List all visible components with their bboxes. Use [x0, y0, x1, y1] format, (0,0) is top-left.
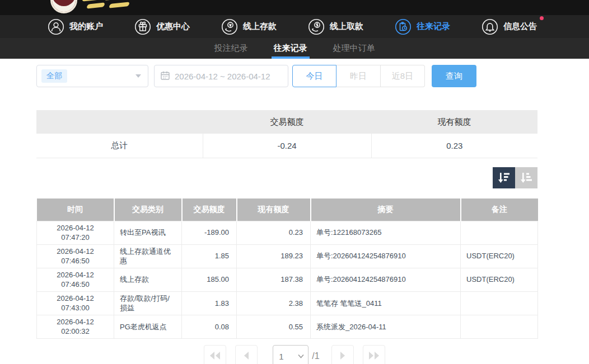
total-pages-label: /1	[312, 345, 319, 364]
total-label: 总计	[36, 134, 203, 158]
notification-dot-badge	[540, 16, 544, 20]
col-header-type: 交易类别	[114, 198, 182, 221]
site-logo[interactable]	[50, 0, 134, 15]
records-table: 时间 交易类别 交易额度 现有额度 摘要 备注 2026-04-12 07:47…	[36, 198, 538, 339]
date-range-value: 2026-04-12 ~ 2026-04-12	[175, 72, 270, 81]
cell-summary: 单号:122168073265	[311, 221, 461, 244]
nav-item-announcements[interactable]: 信息公告	[482, 18, 537, 35]
logo-script-text	[83, 0, 132, 11]
next-page-button[interactable]	[331, 345, 354, 364]
cell-amount: 1.83	[182, 291, 237, 315]
deposit-icon	[221, 18, 238, 35]
previous-page-button[interactable]	[235, 345, 258, 364]
nav-item-transaction-records[interactable]: 往来记录	[395, 18, 450, 35]
records-subnav: 投注纪录 往来记录 处理中订单	[0, 38, 589, 59]
total-balance-value: 0.23	[371, 134, 537, 158]
cell-balance: 0.23	[237, 221, 311, 244]
cell-time: 2026-04-12 07:46:50	[37, 268, 114, 291]
pagination: 1 /1	[0, 345, 589, 364]
selected-type-tag: 全部	[41, 69, 67, 83]
col-header-amount: 交易额度	[182, 198, 237, 221]
col-header-remark: 备注	[461, 198, 538, 221]
col-header-time: 时间	[37, 198, 114, 221]
cell-balance: 189.23	[237, 244, 311, 268]
table-row: 2026-04-12 07:47:20 转出至PA视讯 -189.00 0.23…	[37, 221, 538, 244]
cell-balance: 0.55	[237, 315, 311, 338]
cell-remark: USDT(ERC20)	[461, 268, 538, 291]
first-page-button[interactable]	[204, 345, 226, 364]
gift-icon	[134, 18, 151, 35]
sort-descending-icon	[497, 171, 511, 185]
bell-icon	[482, 18, 498, 35]
summary-header-blank	[36, 110, 203, 134]
cell-amount: -189.00	[182, 221, 237, 244]
cell-remark: USDT(ERC20)	[461, 244, 538, 268]
sort-descending-button[interactable]	[493, 167, 515, 188]
last-page-button[interactable]	[363, 345, 385, 364]
cell-amount: 1.85	[182, 244, 237, 268]
top-bar	[0, 0, 589, 15]
calendar-icon	[160, 70, 170, 82]
type-filter-select[interactable]: 全部	[36, 65, 148, 87]
user-icon	[48, 18, 64, 35]
cell-summary: 笔笔存 笔笔送_0411	[311, 291, 461, 315]
nav-item-my-account[interactable]: 我的账户	[48, 18, 103, 35]
nav-label: 信息公告	[503, 21, 537, 32]
nav-item-promotions[interactable]: 优惠中心	[134, 18, 190, 35]
cell-amount: 0.08	[182, 315, 237, 338]
nav-label: 优惠中心	[156, 21, 190, 32]
nav-label: 线上存款	[243, 21, 277, 32]
yesterday-button[interactable]: 昨日	[336, 65, 381, 87]
today-button[interactable]: 今日	[292, 65, 336, 87]
sort-ascending-icon	[519, 171, 534, 185]
table-row: 2026-04-12 07:46:50 线上存款 185.00 187.38 单…	[37, 268, 538, 291]
col-header-summary: 摘要	[311, 198, 461, 221]
double-arrow-right-icon	[368, 351, 380, 360]
cell-balance: 187.38	[237, 268, 311, 291]
main-nav: 我的账户 优惠中心 线上存款	[0, 15, 589, 38]
cell-type: PG老虎机返点	[114, 315, 182, 338]
table-row: 2026-04-12 02:00:32 PG老虎机返点 0.08 0.55 系统…	[37, 315, 538, 338]
cell-time: 2026-04-12 07:43:00	[37, 291, 114, 315]
summary-total-row: 总计 -0.24 0.23	[36, 134, 537, 158]
cell-time: 2026-04-12 02:00:32	[37, 315, 114, 338]
table-row: 2026-04-12 07:46:50 线上存款通道优惠 1.85 189.23…	[37, 244, 538, 268]
cell-time: 2026-04-12 07:46:50	[37, 244, 114, 268]
cell-remark	[461, 291, 538, 315]
date-range-input[interactable]: 2026-04-12 ~ 2026-04-12	[154, 65, 288, 87]
table-row: 2026-04-12 07:43:00 存款/取款/打码/损益 1.83 2.3…	[37, 291, 538, 315]
arrow-left-icon	[242, 351, 250, 360]
double-arrow-left-icon	[209, 351, 221, 360]
cell-remark	[461, 221, 538, 244]
sort-ascending-button[interactable]	[515, 167, 537, 188]
col-header-balance: 现有额度	[237, 198, 311, 221]
page-select-wrap: 1	[273, 345, 308, 364]
filter-bar: 全部 2026-04-12 ~ 2026-04-12 今日 昨日 近8日 查询	[36, 65, 476, 87]
logo-mascot-icon	[50, 0, 77, 13]
nav-label: 线上取款	[330, 21, 363, 32]
records-header-row: 时间 交易类别 交易额度 现有额度 摘要 备注	[37, 198, 538, 221]
arrow-right-icon	[339, 351, 347, 360]
records-icon	[395, 18, 412, 35]
page-select[interactable]: 1	[273, 345, 308, 364]
cell-time: 2026-04-12 07:47:20	[37, 221, 114, 244]
summary-header-transaction: 交易额度	[203, 110, 371, 134]
cell-type: 转出至PA视讯	[114, 221, 182, 244]
nav-label: 我的账户	[69, 21, 103, 32]
total-transaction-value: -0.24	[203, 134, 371, 158]
search-button[interactable]: 查询	[432, 65, 476, 87]
tab-processing-orders[interactable]: 处理中订单	[333, 38, 375, 59]
tab-transaction-records[interactable]: 往来记录	[274, 38, 307, 59]
transaction-records-page: 我的账户 优惠中心 线上存款	[0, 0, 589, 364]
nav-label: 往来记录	[417, 21, 450, 32]
cell-summary: 系统派发_2026-04-11	[311, 315, 461, 338]
cell-summary: 单号:202604124254876910	[311, 244, 461, 268]
cell-type: 线上存款通道优惠	[114, 244, 182, 268]
nav-item-online-deposit[interactable]: 线上存款	[221, 18, 277, 35]
last-8-days-button[interactable]: 近8日	[381, 65, 425, 87]
chevron-down-icon	[135, 74, 141, 78]
tab-betting-records[interactable]: 投注纪录	[214, 38, 248, 59]
cell-remark	[461, 315, 538, 338]
nav-item-online-withdrawal[interactable]: 线上取款	[308, 18, 363, 35]
cell-summary: 单号:202604124254876910	[311, 268, 461, 291]
